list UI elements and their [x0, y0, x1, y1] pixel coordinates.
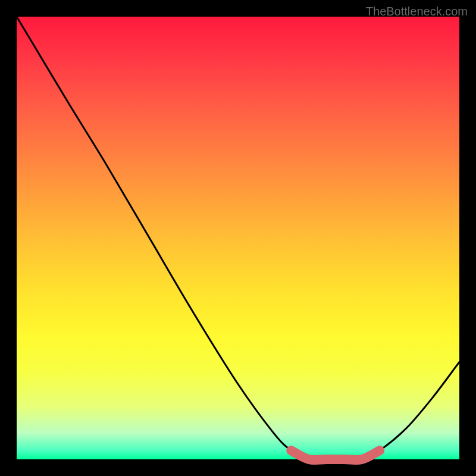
- highlight-segment-path: [291, 450, 380, 460]
- chart-svg: [17, 17, 459, 459]
- main-curve-path: [17, 17, 459, 460]
- watermark-text: TheBottleneck.com: [366, 5, 468, 18]
- plot-area: [17, 17, 459, 459]
